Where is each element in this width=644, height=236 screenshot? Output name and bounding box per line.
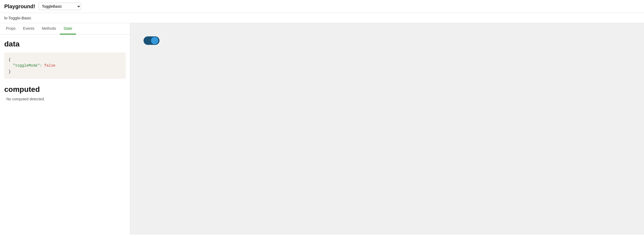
- code-value: false: [44, 63, 55, 68]
- computed-section-title: computed: [4, 85, 126, 94]
- app-title: Playground!: [4, 3, 35, 10]
- toggle-switch[interactable]: [144, 36, 159, 45]
- code-line: "toggleMode": false: [9, 63, 121, 68]
- toggle-thumb: [151, 37, 158, 44]
- tab-props[interactable]: Props: [2, 23, 19, 35]
- tab-state[interactable]: State: [60, 23, 76, 35]
- component-select[interactable]: ToggleBasic ToggleAdvanced: [39, 3, 81, 10]
- preview-panel: [130, 23, 644, 235]
- left-panel: Props Events Methods State data { "toggl…: [0, 23, 130, 235]
- breadcrumb: lv-Toggle-Basic: [0, 13, 644, 23]
- tab-methods[interactable]: Methods: [38, 23, 60, 35]
- data-section-title: data: [4, 40, 126, 48]
- code-key: "toggleMode":: [13, 63, 42, 68]
- toggle-container: [144, 36, 159, 45]
- code-close-brace: }: [9, 69, 121, 75]
- breadcrumb-text: lv-Toggle-Basic: [4, 16, 31, 20]
- no-computed-message: No computed detected.: [4, 97, 126, 101]
- data-code-block: { "toggleMode": false }: [4, 53, 126, 79]
- tab-events[interactable]: Events: [19, 23, 38, 35]
- code-open-brace: {: [9, 57, 121, 63]
- content-area: data { "toggleMode": false } computed No…: [0, 35, 130, 106]
- tabs-bar: Props Events Methods State: [0, 23, 130, 35]
- header: Playground! ToggleBasic ToggleAdvanced: [0, 0, 644, 13]
- main-layout: Props Events Methods State data { "toggl…: [0, 23, 644, 235]
